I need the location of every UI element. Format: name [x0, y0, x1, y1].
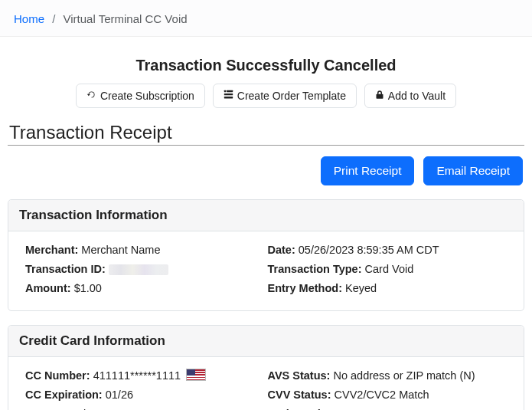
create-order-template-label: Create Order Template	[237, 90, 346, 102]
us-flag-icon	[186, 369, 206, 381]
cvv-status-value: CVV2/CVC2 Match	[335, 389, 429, 401]
date-value: 05/26/2023 8:59:35 AM CDT	[299, 244, 439, 256]
avs-status-value: No address or ZIP match (N)	[333, 369, 475, 382]
top-action-row: Create Subscription Create Order Templat…	[8, 84, 524, 108]
svg-rect-3	[224, 97, 233, 98]
template-icon	[224, 90, 233, 102]
breadcrumb-current: Virtual Terminal CC Void	[64, 12, 188, 25]
add-to-vault-label: Add to Vault	[388, 90, 446, 102]
entry-method-value: Keyed	[345, 282, 377, 294]
refresh-icon	[86, 90, 96, 102]
transaction-type-value: Card Void	[365, 263, 414, 275]
cc-number-value: 411111******1111	[93, 369, 181, 382]
transaction-type-label: Transaction Type:	[268, 263, 362, 275]
entry-method-label: Entry Method:	[268, 282, 342, 294]
breadcrumb-separator: /	[47, 12, 60, 25]
transaction-info-card: Transaction Information Merchant: Mercha…	[8, 199, 524, 311]
transaction-id-value-redacted	[109, 264, 168, 275]
cc-number-label: CC Number:	[25, 369, 90, 382]
print-receipt-button[interactable]: Print Receipt	[321, 156, 415, 185]
add-to-vault-button[interactable]: Add to Vault	[364, 84, 456, 108]
amount-value: $1.00	[74, 282, 102, 294]
merchant-value: Merchant Name	[81, 244, 160, 256]
cc-info-card: Credit Card Information CC Number: 41111…	[8, 325, 524, 410]
create-order-template-button[interactable]: Create Order Template	[213, 84, 357, 108]
merchant-label: Merchant:	[25, 244, 78, 256]
lock-icon	[375, 90, 384, 102]
transaction-id-label: Transaction ID:	[25, 263, 106, 275]
avs-status-label: AVS Status:	[268, 369, 331, 382]
date-label: Date:	[268, 244, 295, 256]
cc-expiration-label: CC Expiration:	[25, 389, 103, 401]
svg-rect-2	[224, 93, 233, 95]
title-rule	[8, 145, 524, 146]
transaction-info-header: Transaction Information	[8, 200, 524, 231]
receipt-actions: Print Receipt Email Receipt	[8, 156, 524, 185]
breadcrumb-home-link[interactable]: Home	[14, 12, 44, 25]
create-subscription-label: Create Subscription	[100, 90, 194, 102]
svg-rect-1	[227, 90, 233, 92]
email-receipt-button[interactable]: Email Receipt	[423, 156, 523, 185]
page-title: Transaction Receipt	[8, 122, 524, 143]
cc-info-header: Credit Card Information	[8, 326, 524, 357]
cc-expiration-value: 01/26	[106, 389, 133, 401]
create-subscription-button[interactable]: Create Subscription	[76, 84, 205, 108]
svg-rect-0	[224, 90, 226, 92]
cvv-status-label: CVV Status:	[268, 389, 331, 401]
amount-label: Amount:	[25, 282, 71, 294]
breadcrumb: Home / Virtual Terminal CC Void	[0, 0, 532, 37]
status-heading: Transaction Successfully Cancelled	[8, 57, 524, 74]
